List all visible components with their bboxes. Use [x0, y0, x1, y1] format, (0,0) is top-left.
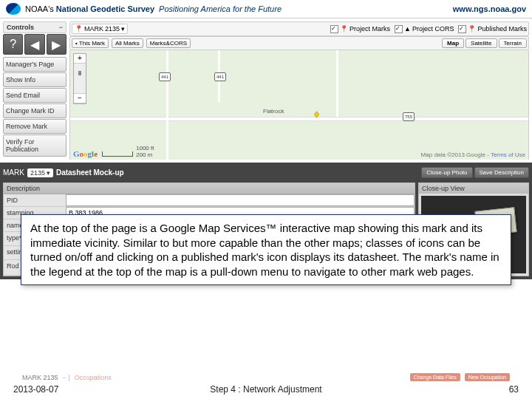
- maptype-satellite[interactable]: Satellite: [466, 38, 497, 48]
- new-occupation-button[interactable]: New Occupation: [465, 373, 510, 381]
- maptype-terrain[interactable]: Terrain: [499, 38, 527, 48]
- map-area: 📍 MARK 2135 ▾ 📍 Project Marks ▲ Project …: [69, 21, 529, 160]
- change-data-files-button[interactable]: Change Data Files: [410, 373, 460, 381]
- map-footer: Google 1000 ft 200 m Map data ©2013 Goog…: [70, 143, 528, 160]
- terms-link[interactable]: Terms of Use: [491, 151, 525, 158]
- pin-icon: 📍: [75, 25, 83, 33]
- app-header: NOAA's National Geodetic Survey Position…: [0, 0, 532, 18]
- next-button[interactable]: ▶: [47, 34, 66, 55]
- datasheet-title: Datasheet Mock-up: [56, 168, 124, 177]
- mark-dropdown[interactable]: 📍 MARK 2135 ▾: [72, 24, 128, 34]
- tagline: Positioning America for the Future: [159, 4, 282, 13]
- triangle-icon: ▲: [404, 25, 411, 33]
- pin-icon: 📍: [340, 25, 348, 33]
- pid-input[interactable]: [66, 194, 415, 206]
- sidebar: Controls − ? ◀ ▶ Manager's Page Show Inf…: [3, 21, 66, 160]
- footer-page: 63: [509, 384, 519, 395]
- map-marker[interactable]: ♦: [314, 108, 319, 120]
- map-filter-row: •This Mark All Marks Marks&CORS Map Sate…: [69, 36, 529, 50]
- checkbox-icon[interactable]: [458, 25, 466, 33]
- remove-mark-button[interactable]: Remove Mark: [3, 119, 66, 134]
- zoom-slider[interactable]: [74, 64, 86, 94]
- site-url: www.ngs.noaa.gov: [453, 4, 526, 13]
- managers-page-button[interactable]: Manager's Page: [3, 57, 66, 72]
- closeup-header: Close-up View: [419, 183, 528, 194]
- noaa-logo: [6, 3, 21, 15]
- lower-ghost-row: MARK 2135 − | Occupations Change Data Fi…: [22, 373, 510, 381]
- zoom-out-button[interactable]: −: [74, 94, 86, 103]
- route-441-shield: 441: [159, 72, 171, 81]
- annotation-overlay: At the top of the page is a Google Map S…: [21, 214, 511, 285]
- road-label-flatrock: Flatrock: [262, 108, 284, 115]
- map-legend-row: 📍 MARK 2135 ▾ 📍 Project Marks ▲ Project …: [69, 21, 529, 36]
- scale-bar: [102, 151, 133, 157]
- closeup-photo-button[interactable]: Close-up Photo: [421, 167, 472, 178]
- footer-date: 2013-08-07: [13, 384, 58, 395]
- legend-published-marks[interactable]: 📍 Published Marks: [458, 25, 527, 33]
- collapse-icon[interactable]: −: [59, 24, 63, 31]
- zoom-control[interactable]: + −: [73, 53, 86, 104]
- chevron-down-icon: ▾: [47, 169, 50, 177]
- legend-project-cors[interactable]: ▲ Project CORS: [395, 25, 454, 33]
- checkbox-icon[interactable]: [330, 25, 338, 33]
- route-441-shield: 441: [214, 72, 226, 81]
- datasheet-header: MARK 2135 ▾ Datasheet Mock-up Close-up P…: [3, 166, 529, 180]
- filter-this-mark[interactable]: •This Mark: [72, 38, 109, 48]
- pin-icon: 📍: [468, 25, 476, 33]
- app-name: National Geodetic Survey: [56, 4, 154, 13]
- change-mark-id-button[interactable]: Change Mark ID: [3, 103, 66, 118]
- route-755-shield: 755: [403, 112, 415, 121]
- help-button[interactable]: ?: [3, 34, 23, 55]
- chevron-down-icon: ▾: [121, 25, 125, 33]
- zoom-in-button[interactable]: +: [74, 54, 86, 64]
- google-logo: Google: [73, 149, 98, 158]
- filter-marks-cors[interactable]: Marks&CORS: [146, 38, 191, 48]
- datasheet-mark-dropdown[interactable]: 2135 ▾: [27, 168, 53, 177]
- verify-publication-button[interactable]: Verify For Publication: [3, 134, 66, 157]
- send-email-button[interactable]: Send Email: [3, 88, 66, 103]
- main-area: Controls − ? ◀ ▶ Manager's Page Show Inf…: [0, 18, 532, 163]
- bullet-icon: •: [75, 40, 78, 47]
- description-section-header: Description: [4, 183, 415, 194]
- maptype-map[interactable]: Map: [442, 38, 464, 48]
- show-info-button[interactable]: Show Info: [3, 72, 66, 87]
- org-name: NOAA's: [25, 4, 54, 13]
- sidebar-header[interactable]: Controls −: [3, 21, 66, 33]
- checkbox-icon[interactable]: [395, 25, 403, 33]
- footer-title: Step 4 : Network Adjustment: [210, 384, 321, 395]
- filter-all-marks[interactable]: All Marks: [112, 38, 143, 48]
- slide-footer: 2013-08-07 Step 4 : Network Adjustment 6…: [0, 382, 532, 399]
- legend-project-marks[interactable]: 📍 Project Marks: [330, 25, 390, 33]
- map-canvas[interactable]: + − 441 441 755 Flatrock ♦ Google 1000 f…: [69, 50, 529, 160]
- save-description-button[interactable]: Save Description: [474, 167, 529, 178]
- prev-button[interactable]: ◀: [24, 34, 44, 55]
